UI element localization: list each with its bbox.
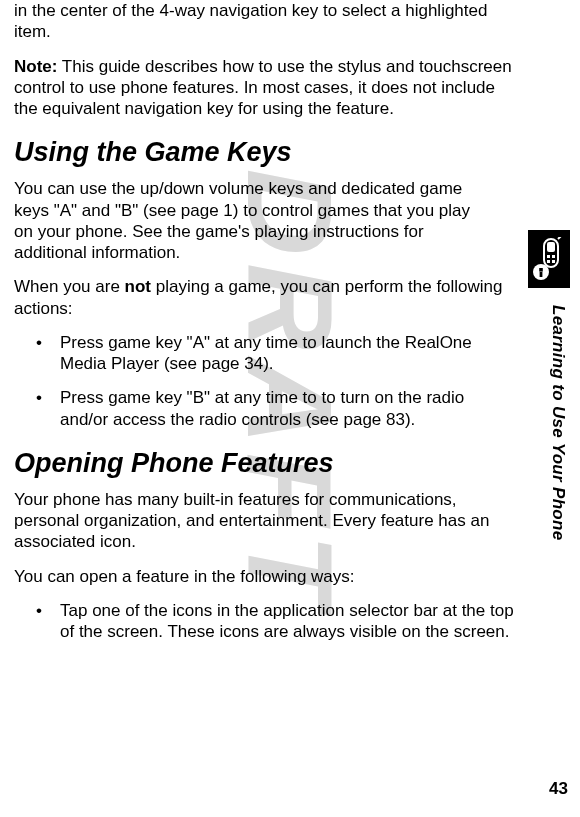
bullet-game-b: Press game key "B" at any time to to tur… bbox=[14, 387, 514, 430]
heading-game-keys: Using the Game Keys bbox=[14, 137, 514, 168]
game-keys-p2-bold: not bbox=[125, 277, 151, 296]
game-keys-paragraph-2: When you are not playing a game, you can… bbox=[14, 276, 514, 319]
opening-paragraph-2: You can open a feature in the following … bbox=[14, 566, 514, 587]
game-keys-paragraph-1: You can use the up/down volume keys and … bbox=[14, 178, 474, 263]
heading-opening-features: Opening Phone Features bbox=[14, 448, 514, 479]
game-keys-p2-a: When you are bbox=[14, 277, 125, 296]
intro-continuation: in the center of the 4-way navigation ke… bbox=[14, 0, 514, 43]
note-text: This guide describes how to use the styl… bbox=[14, 57, 512, 119]
opening-paragraph-1: Your phone has many built-in features fo… bbox=[14, 489, 514, 553]
note-label: Note: bbox=[14, 57, 57, 76]
note-paragraph: Note: This guide describes how to use th… bbox=[14, 56, 514, 120]
bullet-open-1: Tap one of the icons in the application … bbox=[14, 600, 514, 643]
page-body: in the center of the 4-way navigation ke… bbox=[0, 0, 580, 817]
bullet-game-a: Press game key "A" at any time to launch… bbox=[14, 332, 514, 375]
